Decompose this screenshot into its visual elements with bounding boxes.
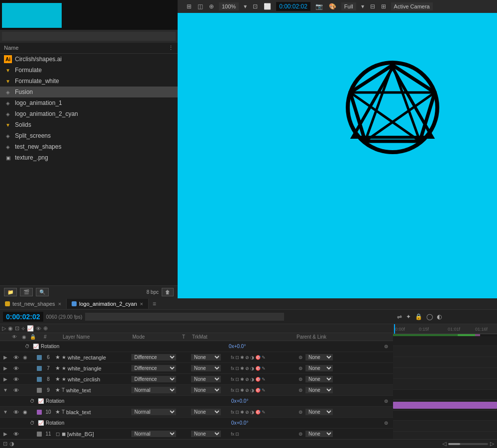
misc-btn3-9[interactable]: ⊘ — [245, 388, 249, 393]
fx-icon-8[interactable]: fx — [231, 377, 234, 382]
find-btn[interactable]: 🔍 — [36, 288, 49, 296]
trkmat-select-7[interactable]: None — [191, 365, 221, 371]
trkmat-cell-11[interactable]: None — [191, 431, 231, 437]
misc-btn3-10[interactable]: ⊘ — [245, 410, 249, 415]
trkmat-cell-10[interactable]: None — [191, 409, 231, 415]
mode-cell-9[interactable]: NormalDifference — [131, 387, 181, 393]
list-item[interactable]: Ai Circlish/shapes.ai — [0, 54, 178, 65]
misc-btn2-8[interactable]: ✱ — [240, 377, 244, 382]
list-item[interactable]: ▼ Solids — [0, 119, 178, 130]
tab-menu-btn[interactable]: ≡ — [149, 298, 160, 309]
zoom-dropdown-btn[interactable]: ▾ — [243, 2, 248, 11]
toggle-btn[interactable]: ◉ — [8, 325, 13, 332]
list-item[interactable]: ▼ Formulate_white — [0, 76, 178, 87]
tab-close-btn[interactable]: × — [140, 301, 143, 307]
parent-select-10[interactable]: None — [305, 409, 333, 415]
list-item[interactable]: ◈ logo_animation_2_cyan — [0, 108, 178, 119]
expand-btn-7[interactable]: ▶ — [0, 365, 11, 371]
expand-btn-11[interactable]: ▶ — [0, 431, 11, 437]
parent-select-9[interactable]: None — [305, 387, 333, 393]
parent-cell-8[interactable]: None — [305, 376, 355, 382]
layer-row-9[interactable]: ▼ 👁 9 ★ T white_text NormalDifference — [0, 385, 393, 396]
star-10[interactable]: ★ — [54, 409, 62, 415]
misc-btn-7[interactable]: ⊡ — [235, 366, 239, 371]
star-6[interactable]: ★ — [54, 354, 62, 360]
misc-edit-10[interactable]: ✎ — [262, 410, 266, 415]
graph-editor-btn[interactable]: 📈 — [27, 325, 34, 332]
fx-icon-11[interactable]: fx — [231, 432, 234, 437]
playhead[interactable] — [394, 324, 395, 334]
new-comp-btn[interactable]: 🎬 — [20, 288, 33, 296]
mode-select-11[interactable]: NormalDifference — [131, 431, 176, 437]
mode-cell-7[interactable]: DifferenceNormal — [131, 365, 181, 371]
trkmat-cell-6[interactable]: None — [191, 354, 231, 360]
fx-icon-10[interactable]: fx — [231, 410, 234, 415]
snapshot-btn[interactable]: 📷 — [314, 2, 324, 11]
eye-btn-8[interactable]: 👁 — [11, 376, 21, 382]
motion-blur-btn[interactable]: ⟡ — [21, 325, 25, 332]
misc-btn2-9[interactable]: ✱ — [240, 388, 244, 393]
trkmat-cell-9[interactable]: None — [191, 387, 231, 393]
star-11[interactable]: ◻ — [54, 431, 62, 437]
mode-cell-10[interactable]: NormalDifference — [131, 409, 181, 415]
list-item-fusion[interactable]: ◈ Fusion — [0, 87, 178, 97]
viewer-3d-btn[interactable]: ⊕ — [208, 2, 215, 11]
mode-cell-11[interactable]: NormalDifference — [131, 431, 181, 437]
project-search-input[interactable] — [2, 32, 176, 41]
parent-select-11[interactable]: None — [305, 431, 333, 437]
project-options-icon[interactable]: ⋮ — [168, 45, 174, 51]
fx-icon-6[interactable]: fx — [231, 355, 234, 360]
list-item[interactable]: ◈ test_new_shapes — [0, 141, 178, 152]
parent-cell-6[interactable]: None — [305, 354, 355, 360]
mode-cell-8[interactable]: DifferenceNormal — [131, 376, 181, 382]
fit-btn[interactable]: ⊡ — [252, 2, 259, 11]
layer-row-11[interactable]: ▶ 👁 11 ◻ ◼ [white_BG] NormalDifference — [0, 429, 393, 439]
misc-btn5-8[interactable]: 🎯 — [255, 377, 261, 382]
lock-btn[interactable]: 🔒 — [414, 312, 423, 321]
misc-btn4-7[interactable]: ◑ — [250, 366, 254, 371]
misc-edit-7[interactable]: ✎ — [262, 366, 266, 371]
misc-btn-10[interactable]: ⊡ — [235, 410, 239, 415]
parent-cell-10[interactable]: None — [305, 409, 355, 415]
parent-cell-9[interactable]: None — [305, 387, 355, 393]
motion-blur-status-btn[interactable]: ⊡ — [3, 441, 7, 447]
misc-btn5-9[interactable]: 🎯 — [255, 388, 261, 393]
list-item[interactable]: ◈ Split_screens — [0, 130, 178, 141]
snap-btn[interactable]: ⬜ — [263, 2, 272, 11]
mode-select-9[interactable]: NormalDifference — [131, 387, 176, 393]
misc-btn4-9[interactable]: ◑ — [250, 388, 254, 393]
tab-test-new-shapes[interactable]: test_new_shapes × — [0, 299, 67, 309]
misc-btn4-10[interactable]: ◑ — [250, 410, 254, 415]
misc-btn3-6[interactable]: ⊘ — [245, 355, 249, 360]
trkmat-cell-8[interactable]: None — [191, 376, 231, 382]
misc-btn2-6[interactable]: ✱ — [240, 355, 244, 360]
star-9[interactable]: ★ — [54, 387, 62, 393]
shy-layers-btn[interactable]: 👁 — [36, 326, 41, 332]
list-item[interactable]: ▼ Formulate — [0, 65, 178, 76]
new-folder-btn[interactable]: 📁 — [4, 288, 17, 296]
star-8[interactable]: ★ — [54, 376, 62, 382]
zoom-slider[interactable] — [448, 443, 488, 445]
fx-icon-9[interactable]: fx — [231, 388, 234, 393]
trkmat-select-11[interactable]: None — [191, 431, 221, 437]
misc-btn5-10[interactable]: 🎯 — [255, 410, 261, 415]
mode-select-6[interactable]: DifferenceNormal — [131, 354, 176, 360]
grid-overlay-btn[interactable]: ⊞ — [380, 2, 387, 11]
layer-row-6[interactable]: ▶ 👁 ◉ 6 ★ ★ white_rectangle DifferenceNo… — [0, 352, 393, 363]
misc-btn4-6[interactable]: ◑ — [250, 355, 254, 360]
trkmat-cell-7[interactable]: None — [191, 365, 231, 371]
add-layer-btn[interactable]: ▷ — [2, 325, 6, 332]
parent-cell-7[interactable]: None — [305, 365, 355, 371]
expand-btn-10[interactable]: ▼ — [0, 409, 11, 415]
misc-btn2-7[interactable]: ✱ — [240, 366, 244, 371]
misc-edit-6[interactable]: ✎ — [262, 355, 266, 360]
viewer-grid-btn[interactable]: ⊞ — [186, 2, 193, 11]
misc-btn3-8[interactable]: ⊘ — [245, 377, 249, 382]
layer-row-10[interactable]: ▼ 👁 ◉ 10 ★ T black_text NormalDifference — [0, 407, 393, 418]
eye-btn-9[interactable]: 👁 — [11, 387, 21, 393]
misc-btn-6[interactable]: ⊡ — [235, 355, 239, 360]
trkmat-select-10[interactable]: None — [191, 409, 221, 415]
trkmat-select-8[interactable]: None — [191, 376, 221, 382]
trkmat-select-6[interactable]: None — [191, 354, 221, 360]
parent-select-7[interactable]: None — [305, 365, 333, 371]
